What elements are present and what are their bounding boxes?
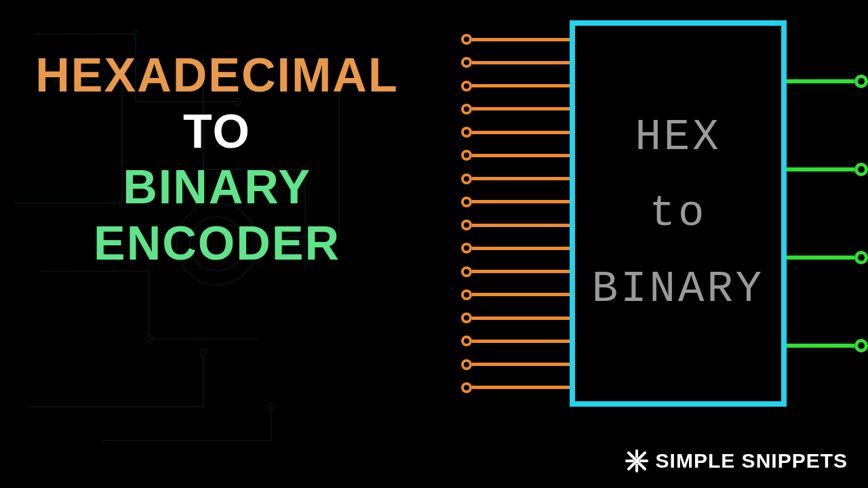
input-line: [461, 197, 570, 207]
input-terminal-icon: [461, 243, 472, 253]
input-lines: [461, 34, 570, 393]
output-terminal-icon: [854, 251, 868, 264]
output-wire: [787, 167, 854, 171]
input-wire: [472, 270, 570, 273]
input-line: [461, 382, 570, 393]
input-line: [461, 243, 570, 253]
input-wire: [472, 131, 570, 134]
input-wire: [472, 340, 570, 343]
brand-logo: SIMPLE SNIPPETS: [625, 449, 848, 473]
input-terminal-icon: [461, 127, 472, 138]
encoder-diagram: HEX to BINARY: [434, 20, 868, 441]
input-wire: [472, 247, 570, 250]
input-line: [461, 312, 570, 323]
input-wire: [472, 317, 570, 320]
input-terminal-icon: [461, 266, 472, 277]
input-wire: [472, 61, 570, 64]
output-line: [787, 75, 868, 88]
output-line: [787, 251, 868, 264]
input-wire: [472, 200, 570, 203]
output-line: [787, 163, 868, 176]
input-wire: [472, 363, 570, 366]
input-wire: [472, 224, 570, 227]
input-terminal-icon: [461, 336, 472, 346]
input-wire: [472, 293, 570, 296]
input-line: [461, 336, 570, 346]
input-wire: [472, 107, 570, 110]
output-wire: [787, 256, 854, 260]
chip-label-3: BINARY: [592, 265, 764, 314]
encoder-chip: HEX to BINARY: [570, 20, 787, 407]
input-line: [461, 34, 570, 45]
input-terminal-icon: [461, 81, 472, 92]
chip-label-1: HEX: [635, 113, 721, 162]
title-line-3: BINARY: [27, 159, 407, 216]
output-terminal-icon: [854, 75, 868, 88]
input-terminal-icon: [461, 289, 472, 300]
output-line: [787, 339, 868, 352]
input-terminal-icon: [461, 150, 472, 161]
input-line: [461, 289, 570, 300]
input-terminal-icon: [461, 57, 472, 68]
input-terminal-icon: [461, 197, 472, 207]
input-wire: [472, 386, 570, 389]
input-terminal-icon: [461, 220, 472, 230]
cross-star-icon: [625, 449, 649, 473]
output-terminal-icon: [854, 163, 868, 176]
input-line: [461, 104, 570, 115]
input-terminal-icon: [461, 34, 472, 45]
page-title: HEXADECIMAL TO BINARY ENCODER: [27, 47, 407, 271]
title-line-1: HEXADECIMAL: [27, 47, 407, 104]
input-terminal-icon: [461, 359, 472, 370]
input-line: [461, 57, 570, 68]
input-terminal-icon: [461, 174, 472, 184]
input-line: [461, 359, 570, 370]
input-terminal-icon: [461, 382, 472, 393]
input-wire: [472, 84, 570, 87]
input-terminal-icon: [461, 104, 472, 115]
input-line: [461, 81, 570, 92]
brand-name: SIMPLE SNIPPETS: [656, 449, 848, 472]
output-wire: [787, 344, 854, 348]
output-terminal-icon: [854, 339, 868, 352]
input-line: [461, 127, 570, 138]
input-wire: [472, 177, 570, 180]
input-line: [461, 174, 570, 184]
input-line: [461, 150, 570, 161]
input-wire: [472, 154, 570, 157]
output-lines: [787, 75, 868, 352]
title-line-4: ENCODER: [27, 216, 407, 272]
title-line-2: TO: [27, 104, 407, 160]
chip-label-2: to: [650, 189, 707, 238]
input-wire: [472, 38, 570, 41]
output-wire: [787, 79, 854, 83]
input-terminal-icon: [461, 312, 472, 323]
input-line: [461, 266, 570, 277]
input-line: [461, 220, 570, 230]
